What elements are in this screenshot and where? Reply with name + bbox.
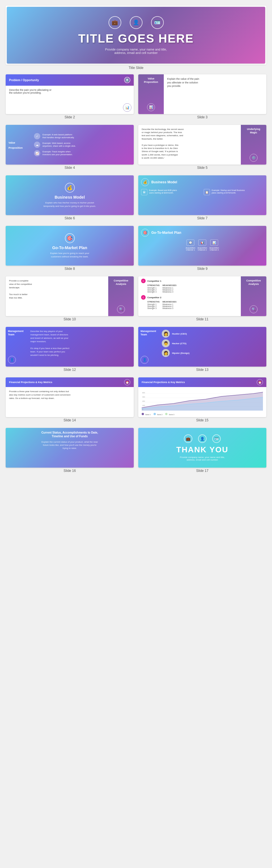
legend-dot-2 xyxy=(154,413,156,415)
slide-3-right: Explain the value of the pain you allevi… xyxy=(164,74,266,114)
legend-label-1: Serie 1 xyxy=(145,414,151,415)
slide-4: Value Proposition ✓ Example: A web based… xyxy=(6,125,134,164)
example-row-3: 📈 Example: Track insights when investors… xyxy=(34,150,131,156)
title-slide-section: 💼 👤 🪪 TITLE GOES HERE Provide company na… xyxy=(6,6,266,70)
slide-12-wrapper: Management Team 👤 Describe the key playe… xyxy=(6,327,134,376)
s1-1: Strength 1 xyxy=(147,287,160,289)
slide-2-label: Slide 2 xyxy=(6,115,134,119)
slide-8-title: Go-To-Market Plan xyxy=(52,245,87,250)
svg-text:400: 400 xyxy=(142,396,145,398)
slide-13-label: Slide 13 xyxy=(138,368,266,372)
slide-14-header: Financial Projections & Key Metrics ⏰ xyxy=(6,377,134,387)
slide-2-header: Problem / Opportunity ⬆️ xyxy=(6,74,134,86)
slide-10-left-text: Provide a complete view of the competiti… xyxy=(9,279,32,299)
slide-17-subtitle: Provide company name, your name and titl… xyxy=(180,456,225,461)
slide-13: Management Team 👤 👩 Hustler (CEO) 👨 Hack… xyxy=(138,327,266,367)
legend-label-3: Serie 3 xyxy=(169,414,174,415)
example-text-3: Example: Track insights when investors s… xyxy=(42,150,72,156)
w1-3: Weakness 3 xyxy=(162,291,176,293)
slide-7-ex-2: 📋 Example: Startup and Small Business pl… xyxy=(204,189,264,195)
row-4-5: Value Proposition ✓ Example: A web based… xyxy=(6,125,266,174)
slide-4-left: Value Proposition xyxy=(8,140,31,150)
slide-2-header-icon: ⬆️ xyxy=(124,77,130,83)
slide-14-body-text: Provide a three-year forecast containing… xyxy=(9,390,71,400)
slide-15-label: Slide 15 xyxy=(138,418,266,422)
example-icon-2: ☁ xyxy=(34,142,40,148)
slide-15-header-text: Financial Projections & Key Metrics xyxy=(142,381,185,384)
team-avatar-1: 👩 xyxy=(162,330,170,338)
slide-5-wrapper: Describe the technology, the secret sauc… xyxy=(138,125,266,174)
slide-2-body-text: Describe the pain you're alleviating or … xyxy=(9,89,52,94)
team-role-1: Hustler (CEO) xyxy=(172,333,187,335)
row-10-11: Provide a complete view of the competiti… xyxy=(6,276,266,326)
slide-9-ch-icon-1: 💬 xyxy=(186,240,194,246)
person-icon: 👤 xyxy=(130,16,142,29)
slide-5: Describe the technology, the secret sauc… xyxy=(138,125,266,164)
slide-3: Value Proposition 📊 Explain the value of… xyxy=(138,74,266,114)
slide-17-label: Slide 17 xyxy=(138,469,266,473)
slide-9-wrapper: 🎯 Go-To-Market Plan 💬 Acquisition Channe… xyxy=(138,226,266,275)
slide-17-icons: 💼 👤 🪪 xyxy=(184,434,221,443)
chart-legend: Serie 1 Serie 2 Serie 3 xyxy=(142,413,263,415)
competitor-2-name: Competitor 2 xyxy=(147,296,161,299)
team-member-3: 👩 Hipster (Design) xyxy=(162,349,264,357)
slide-13-left-label: Management Team xyxy=(140,330,157,336)
slide-16-wrapper: Current Status, Accomplishments to Date,… xyxy=(6,428,134,477)
row-14-15: Financial Projections & Key Metrics ⏰ Pr… xyxy=(6,377,266,427)
svg-text:200: 200 xyxy=(142,400,145,402)
slide-10-label: Slide 10 xyxy=(6,317,134,321)
slide-6: 💰 Business Model Explain who has the/her… xyxy=(6,175,134,215)
slide-9-ch-icon-3: 📊 xyxy=(210,240,218,246)
competitor-2-block: C Competitor 2 STRENGTHS Strength 1 Stre… xyxy=(141,295,238,309)
competitor-1-details: STRENGTHS Strength 1 Strength 2 Strength… xyxy=(141,284,238,293)
row-6-7: 💰 Business Model Explain who has the/her… xyxy=(6,175,266,225)
slide-15-wrapper: Financial Projections & Key Metrics ⏰ xyxy=(138,377,266,427)
slide-14-wrapper: Financial Projections & Key Metrics ⏰ Pr… xyxy=(6,377,134,427)
slide-13-left: Management Team 👤 xyxy=(138,327,160,367)
slide-7-label: Slide 7 xyxy=(138,216,266,220)
slide-15-header-icon: ⏰ xyxy=(257,379,263,385)
slide-6-title: Business Model xyxy=(55,195,85,199)
strengths-header-1: STRENGTHS xyxy=(147,284,160,286)
w2-2: Weakness 2 xyxy=(162,305,176,307)
slide-3-left-icon: 📊 xyxy=(147,103,155,111)
title-text: TITLE GOES HERE xyxy=(78,32,194,45)
slide-9-icon: 🎯 xyxy=(141,229,149,237)
weaknesses-header-1: WEAKNESSES xyxy=(162,284,176,286)
slide-17-title: THANK YOU xyxy=(176,445,228,454)
slide-17: 💼 👤 🪪 THANK YOU Provide company name, yo… xyxy=(138,428,266,468)
slide-12-left: Management Team 👤 xyxy=(6,327,27,367)
legend-item-1: Serie 1 xyxy=(142,413,151,415)
slide-10: Provide a complete view of the competiti… xyxy=(6,276,134,316)
page-container: 💼 👤 🪪 TITLE GOES HERE Provide company na… xyxy=(0,0,272,484)
slide-5-right-label: Underlying Magic xyxy=(247,128,260,134)
slide-7-icon: 💰 xyxy=(141,178,149,186)
slide-3-left-label: Value Proposition xyxy=(144,77,158,84)
example-text-1: Example: A web based platform that handl… xyxy=(42,133,74,139)
slide-7-ex-text-2: Example: Startup and Small Business plan… xyxy=(212,189,245,194)
svg-text:600: 600 xyxy=(142,392,145,394)
slide-11-left: C Competitor 1 STRENGTHS Strength 1 Stre… xyxy=(138,276,241,316)
legend-item-2: Serie 2 xyxy=(154,413,163,415)
title-icons: 💼 👤 🪪 xyxy=(108,16,164,29)
competitor-2-details: STRENGTHS Strength 1 Strength 2 Strength… xyxy=(141,301,238,309)
team-avatar-2: 👨 xyxy=(162,339,170,347)
example-row-2: ☁ Example: Web based, access anywhere, s… xyxy=(34,142,131,148)
example-row-1: ✓ Example: A web based platform that han… xyxy=(34,133,131,139)
team-avatar-3: 👩 xyxy=(162,349,170,357)
slide-9-title: Go-To-Market Plan xyxy=(151,231,181,235)
legend-label-2: Serie 2 xyxy=(157,414,162,415)
slide-7-examples: 🏛 Example: Based and B2B plans users sta… xyxy=(141,189,264,195)
team-role-2: Hacker (CTO) xyxy=(172,342,186,345)
slide-17-wrapper: 💼 👤 🪪 THANK YOU Provide company name, yo… xyxy=(138,428,266,477)
slide-4-left-label: Value Proposition xyxy=(8,141,23,149)
slide-3-right-text: Explain the value of the pain you allevi… xyxy=(167,78,199,87)
team-member-1: 👩 Hustler (CEO) xyxy=(162,330,264,338)
slide-7-title: Business Model xyxy=(151,180,177,184)
slide-11-wrapper: C Competitor 1 STRENGTHS Strength 1 Stre… xyxy=(138,276,266,326)
slide-2-bottom-icon: 📊 xyxy=(123,103,132,112)
slide-6-wrapper: 💰 Business Model Explain who has the/her… xyxy=(6,175,134,225)
s2-3: Strength 3 xyxy=(147,307,160,309)
competitor-1-block: C Competitor 1 STRENGTHS Strength 1 Stre… xyxy=(141,279,238,293)
slide-12: Management Team 👤 Describe the key playe… xyxy=(6,327,134,367)
